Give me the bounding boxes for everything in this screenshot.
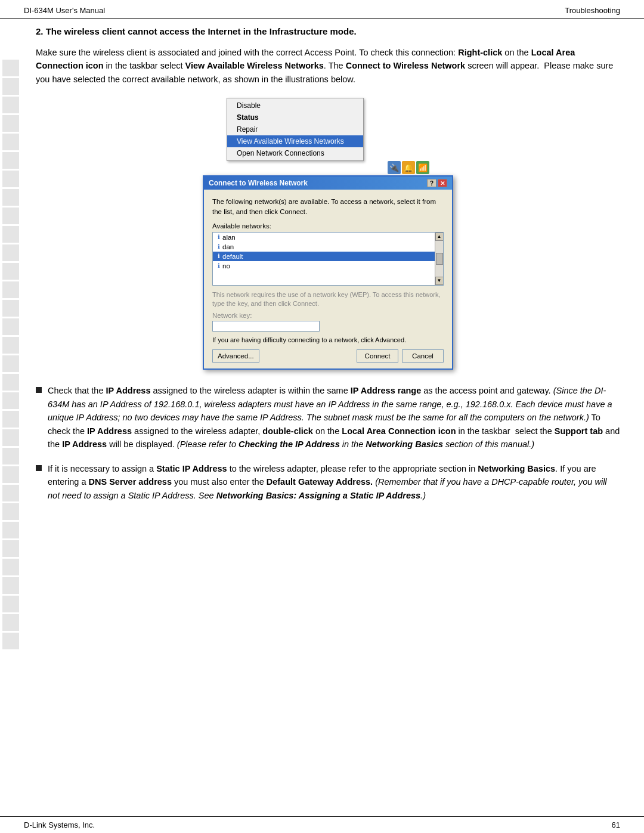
cancel-button[interactable]: Cancel [402,349,444,363]
dialog-title: Connect to Wireless Network [209,179,308,187]
scroll-thumb[interactable] [436,253,443,265]
page-header: DI-634M User's Manual Troubleshooting [0,0,644,19]
decorative-squares [0,24,23,809]
bullet-text-2: If it is necessary to assign a Static IP… [48,462,620,502]
header-right: Troubleshooting [565,6,620,15]
context-menu: Disable Status Repair View Available Wir… [227,98,364,161]
dialog-help-button[interactable]: ? [427,179,436,187]
bullet-item-2: If it is necessary to assign a Static IP… [36,462,620,502]
network-list: ℹ alan ℹ dan ℹ default ℹ [213,233,443,285]
taskbar-icon-2: 🔔 [402,161,415,174]
taskbar-icons: 🔌 🔔 📶 [388,161,429,174]
main-content: 2. The wireless client cannot access the… [36,19,620,549]
dialog-description: The following network(s) are available. … [212,197,444,216]
bullet-icon-1 [36,387,42,393]
scroll-down-arrow[interactable]: ▼ [435,277,444,285]
advanced-button[interactable]: Advanced... [212,349,259,363]
menu-item-repair: Repair [227,123,363,135]
network-name-default: default [222,253,243,260]
bullet-icon-2 [36,465,42,471]
network-item-default[interactable]: ℹ default [213,252,443,261]
bullet-text-1: Check that the IP Address assigned to th… [48,384,620,451]
dialog-titlebar: Connect to Wireless Network ? ✕ [204,176,452,190]
network-icon-dan: ℹ [218,243,220,250]
section-intro: Make sure the wireless client is associa… [36,46,620,86]
taskbar-icon-1: 🔌 [388,161,401,174]
bullet-list: Check that the IP Address assigned to th… [36,384,620,502]
connect-cancel-buttons: Connect Cancel [357,349,444,363]
footer-left: D-Link Systems, Inc. [24,820,95,829]
network-name-no: no [222,262,230,270]
menu-item-status: Status [227,112,363,123]
illustrations-container: Disable Status Repair View Available Wir… [36,98,620,370]
network-item-dan[interactable]: ℹ dan [213,242,443,252]
bullet-item-1: Check that the IP Address assigned to th… [36,384,620,451]
dialog-body: The following network(s) are available. … [204,190,452,368]
network-name-dan: dan [222,243,234,250]
taskbar-icon-3: 📶 [416,161,429,174]
network-list-scrollbar[interactable]: ▲ ▼ [435,233,443,285]
header-left: DI-634M User's Manual [24,6,105,15]
network-list-container: ℹ alan ℹ dan ℹ default ℹ [212,232,444,286]
dialog-buttons: Advanced... Connect Cancel [212,349,444,363]
footer-right: 61 [612,820,620,829]
scroll-up-arrow[interactable]: ▲ [435,233,444,241]
connect-button[interactable]: Connect [357,349,398,363]
menu-item-wireless-networks: View Available Wireless Networks [227,135,363,147]
wireless-network-dialog: Connect to Wireless Network ? ✕ The foll… [203,175,453,370]
network-icon-no: ℹ [218,262,220,269]
available-networks-label: Available networks: [212,222,444,230]
network-icon-default: ℹ [218,253,220,259]
advanced-note: If you are having difficulty connecting … [212,336,444,343]
dialog-wep-note: This network requires the use of a netwo… [212,290,444,309]
network-icon-alan: ℹ [218,234,220,240]
menu-item-open-connections: Open Network Connections [227,147,363,159]
network-key-input[interactable] [212,321,320,332]
network-item-no[interactable]: ℹ no [213,261,443,271]
section-title: 2. The wireless client cannot access the… [36,25,620,38]
network-key-label: Network key: [212,312,444,319]
page-footer: D-Link Systems, Inc. 61 [0,816,644,833]
menu-item-disable: Disable [227,100,363,112]
network-item-alan[interactable]: ℹ alan [213,233,443,242]
context-menu-screenshot: Disable Status Repair View Available Wir… [227,98,429,161]
dialog-close-button[interactable]: ✕ [438,179,447,187]
network-name-alan: alan [222,234,236,241]
dialog-title-buttons: ? ✕ [427,179,447,187]
